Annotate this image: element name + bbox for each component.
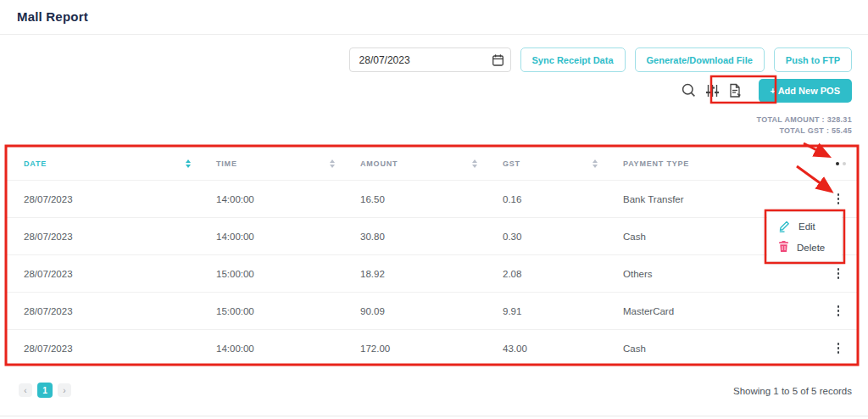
row-kebab-menu-icon[interactable] — [832, 339, 844, 357]
pagination-next-button[interactable]: › — [58, 383, 71, 397]
header-divider — [0, 34, 868, 35]
column-options-dots-icon[interactable] — [820, 162, 849, 165]
table-row: 28/07/2023 14:00:00 172.00 43.00 Cash — [7, 330, 858, 367]
row-kebab-menu-icon[interactable] — [832, 265, 844, 282]
table-row: 28/07/2023 15:00:00 18.92 2.08 Others — [7, 255, 858, 293]
table-header-row: DATE TIME AMOUNT GST PAYMENT TYPE — [7, 147, 858, 181]
column-options[interactable] — [803, 147, 858, 181]
column-header-payment-type[interactable]: PAYMENT TYPE — [606, 147, 803, 181]
row-kebab-menu-icon[interactable] — [832, 302, 844, 320]
calendar-icon[interactable] — [487, 53, 510, 67]
edit-menu-item[interactable]: Edit — [778, 219, 842, 234]
sort-icon-gst — [593, 159, 598, 168]
mall-report-page: { "colors": { "accent_teal": "#2fbdc9", … — [0, 0, 868, 419]
generate-download-file-button[interactable]: Generate/Download File — [635, 47, 765, 72]
table-row: 28/07/2023 14:00:00 30.80 0.30 Cash — [7, 218, 858, 255]
pagination-prev-button[interactable]: ‹ — [19, 383, 32, 397]
bottom-divider — [0, 416, 868, 416]
toolbar-row-2: + Add New POS — [675, 78, 852, 103]
sort-icon-amount — [472, 159, 477, 168]
table-row: 28/07/2023 14:00:00 16.50 0.16 Bank Tran… — [7, 181, 858, 218]
pagination-page-1-button[interactable]: 1 — [37, 383, 53, 398]
sort-icon-date — [186, 159, 191, 168]
delete-menu-item[interactable]: Delete — [778, 240, 842, 254]
column-header-gst[interactable]: GST — [486, 147, 606, 181]
toolbar-row-1: Sync Receipt Data Generate/Download File… — [349, 47, 852, 72]
column-header-time[interactable]: TIME — [199, 147, 343, 181]
add-new-pos-button[interactable]: + Add New POS — [759, 79, 852, 103]
report-table: DATE TIME AMOUNT GST PAYMENT TYPE — [7, 147, 858, 366]
total-gst-label: TOTAL GST : 55.45 — [757, 126, 853, 137]
table-tools-group — [675, 78, 748, 103]
date-field[interactable] — [349, 47, 511, 72]
sort-icon-time — [330, 159, 335, 168]
trash-icon — [778, 240, 789, 254]
column-header-date[interactable]: DATE — [7, 147, 199, 181]
row-kebab-menu-icon[interactable] — [832, 190, 844, 208]
page-title: Mall Report — [17, 9, 88, 24]
pencil-icon — [778, 219, 791, 234]
search-icon[interactable] — [681, 82, 697, 98]
push-to-ftp-button[interactable]: Push to FTP — [774, 47, 852, 72]
row-context-menu: Edit Delete — [767, 212, 842, 261]
column-header-amount[interactable]: AMOUNT — [343, 147, 486, 181]
date-input[interactable] — [350, 54, 487, 66]
totals-block: TOTAL AMOUNT : 328.31 TOTAL GST : 55.45 — [757, 115, 853, 137]
records-summary: Showing 1 to 5 of 5 records — [733, 386, 852, 396]
pagination: ‹ 1 › — [19, 383, 71, 398]
export-file-icon[interactable] — [728, 83, 742, 98]
total-amount-label: TOTAL AMOUNT : 328.31 — [757, 115, 853, 126]
filter-icon[interactable] — [705, 83, 720, 98]
table-row: 28/07/2023 15:00:00 90.09 9.91 MasterCar… — [7, 293, 858, 330]
sync-receipt-data-button[interactable]: Sync Receipt Data — [520, 47, 626, 72]
